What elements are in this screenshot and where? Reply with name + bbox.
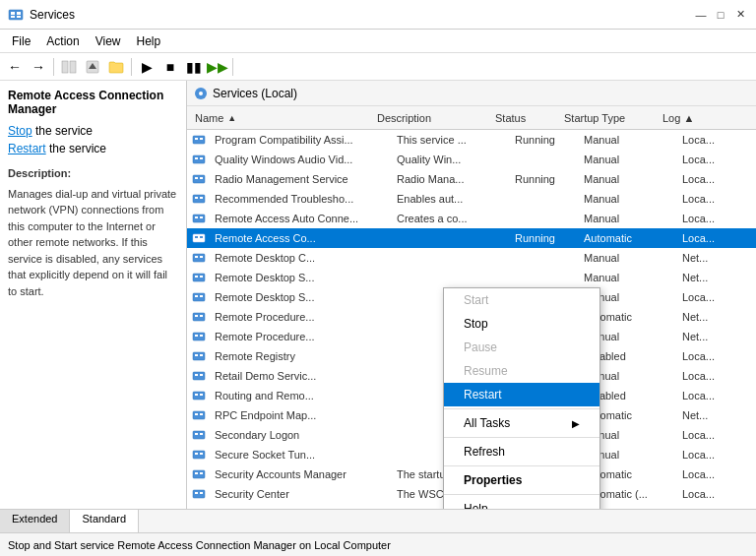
col-header-startup[interactable]: Startup Type [560, 112, 659, 124]
service-cell: Secure Socket Tun... [211, 449, 393, 461]
forward-button[interactable]: → [28, 56, 49, 78]
submenu-arrow-icon: ▶ [572, 418, 580, 429]
up-button[interactable] [82, 56, 103, 78]
folder-icon [108, 60, 124, 74]
status-bar: Stop and Start service Remote Access Con… [0, 532, 756, 556]
service-icon [191, 171, 207, 187]
close-button[interactable]: ✕ [732, 8, 748, 22]
svg-rect-27 [195, 236, 198, 238]
back-button[interactable]: ← [4, 56, 26, 78]
menu-file[interactable]: File [4, 32, 38, 50]
service-cell: Routing and Remo... [211, 390, 393, 402]
svg-rect-63 [195, 472, 198, 474]
folder-button[interactable] [105, 56, 127, 78]
service-panel: Services (Local) Name ▲ Description Stat… [187, 81, 756, 509]
description-text: Manages dial-up and virtual private netw… [8, 188, 176, 297]
table-row[interactable]: Program Compatibility Assi...This servic… [187, 130, 756, 150]
svg-rect-24 [195, 216, 198, 218]
svg-rect-53 [193, 411, 205, 419]
svg-rect-40 [200, 315, 203, 317]
stop-service-link[interactable]: Stop [8, 124, 32, 138]
menu-view[interactable]: View [88, 32, 129, 50]
left-panel: Remote Access Connection Manager Stop th… [0, 81, 187, 509]
sort-icon: ▲ [227, 113, 236, 123]
tab-standard[interactable]: Standard [70, 510, 139, 532]
context-menu-separator [444, 494, 599, 495]
col-header-name[interactable]: Name ▲ [191, 112, 373, 124]
svg-rect-43 [200, 335, 203, 337]
restart-service-link[interactable]: Restart [8, 142, 46, 155]
menu-help[interactable]: Help [129, 32, 169, 50]
menu-action[interactable]: Action [38, 32, 87, 50]
service-cell: Running [511, 232, 580, 244]
svg-rect-26 [193, 234, 205, 242]
context-menu-item-refresh[interactable]: Refresh [444, 440, 599, 463]
stop-button[interactable]: ■ [159, 56, 181, 78]
svg-rect-61 [200, 453, 203, 455]
service-cell: Radio Mana... [393, 173, 511, 185]
service-cell: Sensor Data Service [211, 508, 393, 509]
service-icon [191, 466, 207, 482]
table-row[interactable]: Recommended Troublesho...Enables aut...M… [187, 189, 756, 209]
toolbar-sep-3 [232, 58, 233, 76]
service-cell: Security Center [211, 488, 393, 500]
up-icon [86, 60, 99, 74]
service-cell: Loca... [678, 449, 727, 461]
show-hide-tree-button[interactable] [58, 56, 80, 78]
maximize-button[interactable]: □ [713, 8, 728, 22]
context-menu-separator [444, 465, 599, 466]
bottom-tabs: Extended Standard [0, 509, 756, 532]
pause-button[interactable]: ▮▮ [183, 56, 205, 78]
service-cell: Loca... [678, 232, 727, 244]
service-cell: Remote Procedure... [211, 311, 393, 323]
svg-rect-14 [193, 155, 205, 163]
toolbar-sep-2 [131, 58, 132, 76]
col-header-status[interactable]: Status [491, 112, 560, 124]
svg-rect-4 [17, 16, 21, 18]
play-button[interactable]: ▶ [136, 56, 158, 78]
svg-rect-46 [200, 354, 203, 356]
tab-extended[interactable]: Extended [0, 510, 70, 532]
table-row[interactable]: Remote Access Co...RunningAutomaticLoca.… [187, 228, 756, 248]
service-cell: Manual [580, 272, 678, 283]
context-menu-item-properties[interactable]: Properties [444, 468, 599, 492]
svg-point-10 [199, 92, 203, 95]
stop-service-label: the service [32, 124, 93, 138]
table-row[interactable]: Remote Desktop C...ManualNet... [187, 248, 756, 268]
context-menu-item-restart[interactable]: Restart [444, 383, 599, 406]
svg-rect-12 [195, 138, 198, 140]
service-cell: Security Accounts Manager [211, 468, 393, 480]
service-cell: Loca... [678, 213, 727, 224]
table-row[interactable]: Remote Desktop S...ManualNet... [187, 268, 756, 287]
service-cell: Loca... [678, 508, 727, 509]
svg-rect-18 [195, 177, 198, 179]
service-cell: Net... [678, 409, 727, 421]
col-header-description[interactable]: Description [373, 112, 491, 124]
svg-rect-36 [195, 295, 198, 297]
table-row[interactable]: Remote Access Auto Conne...Creates a co.… [187, 209, 756, 228]
service-cell: RPC Endpoint Map... [211, 409, 393, 421]
service-cell: Quality Windows Audio Vid... [211, 154, 393, 165]
service-cell: Net... [678, 252, 727, 264]
service-cell: Running [511, 173, 580, 185]
service-cell: Retail Demo Servic... [211, 370, 393, 382]
title-bar: Services — □ ✕ [0, 0, 756, 30]
context-menu-item-help[interactable]: Help [444, 497, 599, 509]
context-menu-item-stop[interactable]: Stop [444, 312, 599, 336]
context-menu-item-resume: Resume [444, 359, 599, 383]
restart-button[interactable]: ▶▶ [207, 56, 228, 78]
svg-rect-55 [200, 413, 203, 415]
service-icon [191, 309, 207, 325]
svg-rect-52 [200, 394, 203, 396]
minimize-button[interactable]: — [693, 8, 709, 22]
table-row[interactable]: Quality Windows Audio Vid...Quality Win.… [187, 150, 756, 169]
svg-rect-41 [193, 333, 205, 340]
col-header-logon[interactable]: Log ▲ [659, 112, 708, 124]
context-menu-item-all-tasks[interactable]: All Tasks▶ [444, 411, 599, 435]
table-row[interactable]: Radio Management ServiceRadio Mana...Run… [187, 169, 756, 189]
tree-icon [61, 59, 77, 75]
services-local-icon [193, 86, 209, 101]
service-cell: Manual [580, 252, 678, 264]
svg-rect-23 [193, 215, 205, 222]
service-cell: Manual [580, 193, 678, 205]
